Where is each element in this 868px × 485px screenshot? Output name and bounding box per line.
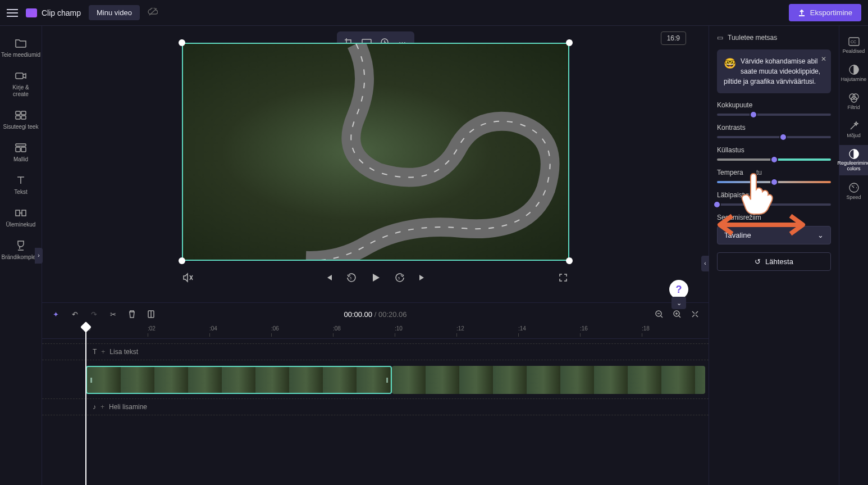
clip-title: ▭ Tuuletee metsas (717, 34, 831, 42)
ai-sparkle-button[interactable]: ✦ (50, 309, 61, 320)
blend-mode-group: Segamisrežiim Tavaline ⌄ (717, 214, 831, 244)
wand-icon (848, 120, 860, 132)
contrast-slider-group: Kontrasts (717, 124, 831, 138)
text-track[interactable]: T + Lisa tekst (42, 343, 709, 360)
preview-area: ⋯ 16:9 (42, 26, 709, 302)
tip-box: ✕ 🤓 Värvide kohandamise abil saate muuta… (717, 49, 831, 93)
sidebar-item-transitions[interactable]: Üleminekud (0, 202, 42, 233)
upload-icon (798, 9, 806, 17)
fade-icon (848, 64, 860, 75)
template-icon (15, 142, 27, 154)
svg-text:5: 5 (398, 277, 400, 280)
svg-rect-6 (16, 144, 26, 146)
temperature-slider[interactable] (717, 181, 831, 183)
svg-rect-4 (16, 116, 20, 119)
temperature-slider-group: Tempera tu (717, 169, 831, 183)
svg-rect-5 (21, 116, 26, 119)
resize-handle-tr[interactable] (566, 39, 573, 46)
svg-rect-3 (21, 111, 26, 115)
undo-button[interactable]: ↶ (69, 309, 80, 320)
reset-icon: ↺ (755, 257, 761, 266)
svg-text:5: 5 (350, 277, 352, 280)
left-sidebar: Teie meediumid Kirje &create Sisuteegi t… (0, 26, 42, 485)
audio-track[interactable]: ♪ + Heli lisamine (42, 398, 709, 415)
sidebar-item-media[interactable]: Teie meediumid (0, 33, 42, 63)
app-logo: Clip champ (26, 8, 81, 17)
reset-button[interactable]: ↺ Lähtesta (717, 252, 831, 271)
sidebar-expand-button[interactable]: › (35, 248, 43, 264)
video-clip-remainder[interactable] (392, 366, 705, 394)
timeline-area: ✦ ↶ ↷ ✂ 00:00.00 / 00:20.06 (42, 302, 709, 485)
svg-rect-7 (16, 147, 20, 152)
blend-mode-select[interactable]: Tavaline ⌄ (717, 226, 831, 244)
exposure-slider[interactable] (717, 114, 831, 116)
resize-handle-bl[interactable] (179, 257, 185, 264)
menu-icon[interactable] (7, 9, 18, 17)
tab-fade[interactable]: Hajutamine (839, 61, 868, 85)
text-icon (15, 174, 27, 187)
svg-text:CC: CC (851, 40, 856, 44)
forward-button[interactable]: 5 (394, 271, 406, 284)
contrast-icon (848, 148, 860, 160)
sidebar-item-library[interactable]: Sisuteegi teek (0, 105, 42, 135)
svg-rect-2 (16, 111, 20, 115)
mute-button[interactable] (182, 271, 194, 284)
folder-icon (15, 37, 27, 49)
resize-handle-br[interactable] (566, 257, 573, 264)
timeline-toolbar: ✦ ↶ ↷ ✂ 00:00.00 / 00:20.06 (42, 303, 709, 325)
exposure-slider-group: Kokkupuute (717, 101, 831, 116)
canvas-selection[interactable] (182, 43, 569, 261)
saturation-slider-group: Küllastus (717, 146, 831, 161)
redo-button[interactable]: ↷ (88, 309, 99, 320)
tracks-container: T + Lisa tekst ♪ + Heli lisamine (42, 339, 709, 485)
skip-end-button[interactable] (416, 271, 428, 284)
cloud-sync-icon[interactable] (148, 8, 158, 17)
contrast-slider[interactable] (717, 136, 831, 138)
video-name-button[interactable]: Minu video (89, 5, 140, 20)
player-controls: 5 5 (182, 270, 569, 285)
tab-captions[interactable]: CC Pealdised (839, 33, 868, 57)
clipchamp-icon (26, 8, 37, 17)
filter-icon (848, 92, 860, 103)
preview-canvas[interactable] (182, 43, 569, 261)
split-button[interactable] (145, 309, 157, 320)
speed-icon (848, 182, 860, 193)
zoom-in-button[interactable] (671, 309, 683, 320)
panel-collapse-button[interactable]: ‹ (701, 256, 709, 271)
saturation-slider[interactable] (717, 158, 831, 161)
video-track[interactable] (42, 365, 709, 395)
rewind-button[interactable]: 5 (345, 271, 358, 284)
tab-effects[interactable]: Mõjud (839, 117, 868, 142)
clip-icon: ▭ (717, 34, 723, 42)
aspect-ratio-badge[interactable]: 16:9 (661, 31, 686, 45)
sidebar-item-text[interactable]: Tekst (0, 170, 42, 200)
sidebar-item-templates[interactable]: Mallid (0, 137, 42, 167)
camera-icon (15, 70, 27, 82)
tab-speed[interactable]: Speed (839, 179, 868, 203)
right-sidebar: CC Pealdised Hajutamine Filtrid Mõjud Re… (839, 26, 868, 485)
transparency-slider[interactable] (717, 203, 831, 206)
sidebar-item-record[interactable]: Kirje &create (0, 65, 42, 102)
resize-handle-tl[interactable] (179, 39, 185, 46)
fullscreen-button[interactable] (557, 271, 569, 284)
timeline-ruler[interactable]: :0 :02 :04 :06 :08 :10 :12 :14 :16 :18 (42, 325, 709, 339)
video-clip-selected[interactable] (86, 366, 392, 394)
chevron-down-icon: ⌄ (817, 231, 824, 239)
tab-filters[interactable]: Filtrid (839, 89, 868, 114)
properties-panel: ‹ ▭ Tuuletee metsas ✕ 🤓 Värvide kohandam… (709, 26, 839, 485)
help-button[interactable]: ? (669, 280, 688, 299)
skip-start-button[interactable] (323, 271, 335, 284)
cut-button[interactable]: ✂ (107, 309, 118, 320)
top-bar: Clip champ Minu video Eksportimine (0, 0, 868, 26)
playhead[interactable] (86, 323, 90, 485)
play-button[interactable] (368, 270, 383, 285)
tab-adjust-colors[interactable]: Reguleeriminecolors (839, 145, 868, 175)
timecode-display: 00:00.00 / 00:20.06 (344, 310, 406, 319)
export-button[interactable]: Eksportimine (789, 4, 861, 21)
fit-timeline-button[interactable] (689, 309, 701, 320)
close-icon[interactable]: ✕ (821, 54, 826, 64)
svg-rect-8 (21, 147, 26, 152)
svg-rect-1 (16, 73, 23, 79)
delete-button[interactable] (126, 309, 138, 320)
zoom-out-button[interactable] (654, 309, 665, 320)
